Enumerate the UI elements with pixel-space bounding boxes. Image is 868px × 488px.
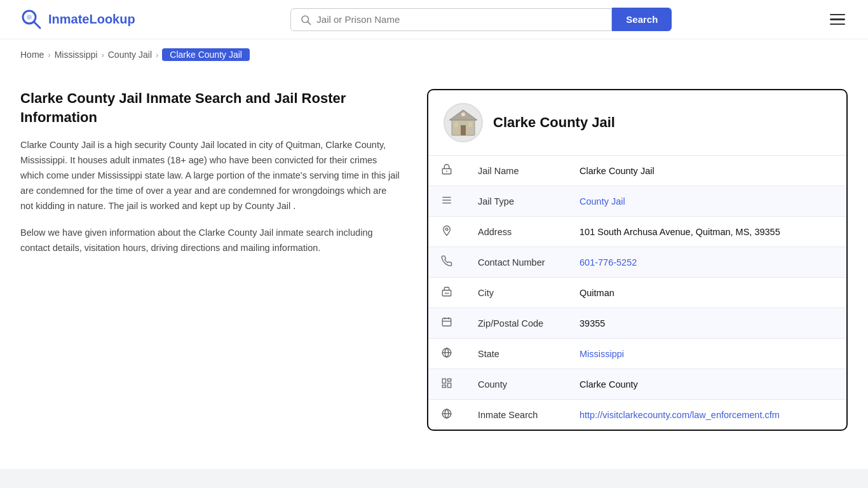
table-value: Clarke County Jail <box>567 156 846 186</box>
svg-rect-9 <box>468 122 472 127</box>
svg-point-16 <box>445 228 448 231</box>
hamburger-line-3 <box>830 24 845 25</box>
hamburger-menu[interactable] <box>827 11 848 28</box>
table-label: Jail Name <box>465 156 567 186</box>
breadcrumb-sep-3: › <box>156 50 158 60</box>
phone-icon <box>428 247 465 278</box>
list-icon <box>428 186 465 217</box>
svg-rect-21 <box>442 318 451 326</box>
hamburger-line-2 <box>830 18 845 20</box>
table-row: Contact Number601-776-5252 <box>428 247 846 278</box>
table-row: Jail NameClarke County Jail <box>428 156 846 186</box>
table-label: Jail Type <box>465 186 567 217</box>
table-value: Quitman <box>567 278 846 308</box>
page-title: Clarke County Jail Inmate Search and Jai… <box>20 89 402 126</box>
search-box <box>290 8 612 31</box>
table-row: Address101 South Archusa Avenue, Quitman… <box>428 217 846 247</box>
jail-icon <box>428 156 465 186</box>
info-card-header: Clarke County Jail <box>428 90 846 156</box>
city-icon <box>428 278 465 308</box>
table-row: CountyClarke County <box>428 369 846 400</box>
table-value[interactable]: 601-776-5252 <box>567 247 846 278</box>
svg-rect-7 <box>461 125 466 135</box>
hamburger-line-1 <box>830 14 845 16</box>
jail-avatar <box>444 103 483 142</box>
info-card-name: Clarke County Jail <box>493 114 615 131</box>
site-header: InmateLookup Search <box>0 0 868 39</box>
table-label: City <box>465 278 567 308</box>
table-label: Address <box>465 217 567 247</box>
footer-bar <box>0 469 868 488</box>
table-row: StateMississippi <box>428 339 846 369</box>
county-icon <box>428 369 465 400</box>
info-table: Jail NameClarke County JailJail TypeCoun… <box>428 156 846 430</box>
table-row: CityQuitman <box>428 278 846 308</box>
table-label: Contact Number <box>465 247 567 278</box>
search-button[interactable]: Search <box>612 8 672 31</box>
table-label: Inmate Search <box>465 400 567 430</box>
svg-point-2 <box>27 15 32 20</box>
breadcrumb: Home › Mississippi › County Jail › Clark… <box>0 39 868 70</box>
svg-rect-27 <box>448 379 451 381</box>
svg-rect-10 <box>461 112 465 116</box>
web-icon <box>428 400 465 430</box>
table-value-link[interactable]: Mississippi <box>580 349 624 359</box>
logo-link[interactable]: InmateLookup <box>20 8 135 31</box>
breadcrumb-sep-1: › <box>48 50 50 60</box>
svg-rect-8 <box>454 122 458 127</box>
page-description-2: Below we have given information about th… <box>20 226 402 256</box>
breadcrumb-home[interactable]: Home <box>20 50 44 60</box>
breadcrumb-active: Clarke County Jail <box>162 48 250 61</box>
logo-icon <box>20 8 43 31</box>
left-column: Clarke County Jail Inmate Search and Jai… <box>20 89 427 431</box>
breadcrumb-county-jail[interactable]: County Jail <box>108 50 152 60</box>
svg-rect-28 <box>448 383 451 388</box>
table-label: State <box>465 339 567 369</box>
main-content: Clarke County Jail Inmate Search and Jai… <box>0 70 868 456</box>
search-icon <box>300 14 311 25</box>
search-area: Search <box>290 8 672 31</box>
table-value-link[interactable]: County Jail <box>580 196 625 207</box>
globe-icon <box>428 339 465 369</box>
table-value[interactable]: Mississippi <box>567 339 846 369</box>
jail-building-icon <box>447 106 480 139</box>
table-value-link[interactable]: 601-776-5252 <box>580 257 637 268</box>
svg-line-1 <box>34 22 40 28</box>
svg-rect-26 <box>442 379 445 383</box>
logo-text: InmateLookup <box>48 12 135 27</box>
table-value-link[interactable]: http://visitclarkecounty.com/law_enforce… <box>580 410 780 420</box>
right-column: Clarke County Jail Jail NameClarke Count… <box>427 89 848 431</box>
table-row: Zip/Postal Code39355 <box>428 308 846 339</box>
page-description-1: Clarke County Jail is a high security Co… <box>20 138 402 214</box>
location-icon <box>428 217 465 247</box>
zip-icon <box>428 308 465 339</box>
breadcrumb-sep-2: › <box>101 50 104 60</box>
search-input[interactable] <box>316 14 602 25</box>
table-row: Inmate Searchhttp://visitclarkecounty.co… <box>428 400 846 430</box>
info-card: Clarke County Jail Jail NameClarke Count… <box>427 89 848 431</box>
table-label: County <box>465 369 567 400</box>
table-label: Zip/Postal Code <box>465 308 567 339</box>
table-value[interactable]: County Jail <box>567 186 846 217</box>
table-value: Clarke County <box>567 369 846 400</box>
table-value: 39355 <box>567 308 846 339</box>
svg-rect-29 <box>442 385 445 388</box>
table-value[interactable]: http://visitclarkecounty.com/law_enforce… <box>567 400 846 430</box>
svg-line-4 <box>308 22 311 24</box>
breadcrumb-mississippi[interactable]: Mississippi <box>55 50 98 60</box>
table-row: Jail TypeCounty Jail <box>428 186 846 217</box>
table-value: 101 South Archusa Avenue, Quitman, MS, 3… <box>567 217 846 247</box>
